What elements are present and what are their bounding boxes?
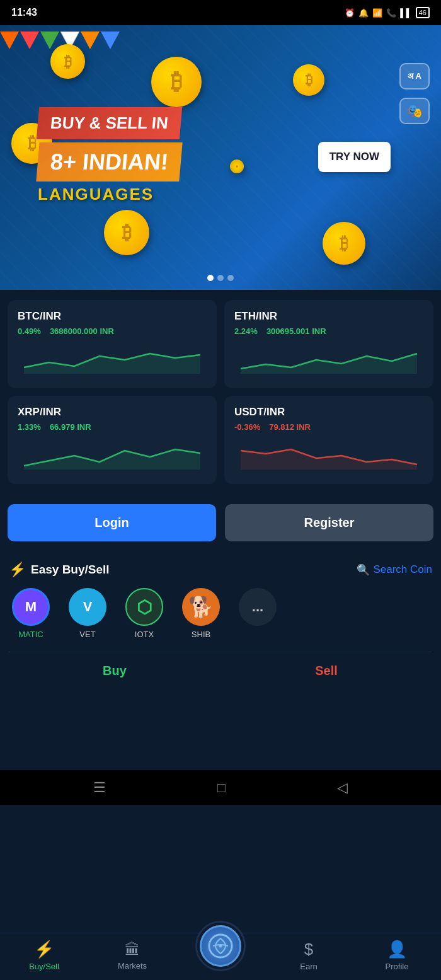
pair-price-usdt: 79.812 INR <box>269 422 311 432</box>
market-card-btc[interactable]: BTC/INR 0.49% 3686000.000 INR <box>8 300 217 388</box>
market-card-eth[interactable]: ETH/INR 2.24% 300695.001 INR <box>224 300 433 388</box>
svg-marker-1 <box>20 32 39 49</box>
btc-coin-1: ₿ <box>151 57 202 107</box>
profile-nav-icon: 👤 <box>387 940 407 959</box>
pair-name-xrp: XRP/INR <box>18 406 207 418</box>
btc-coin-5: ₿ <box>104 210 149 255</box>
svg-point-11 <box>219 945 222 948</box>
pair-change-usdt: -0.36% <box>234 422 260 432</box>
coin-item-more[interactable]: ... <box>236 588 280 639</box>
earn-nav-icon: $ <box>304 940 313 959</box>
status-icons: ⏰ 🔔 📶 📞 ▌▌ 46 <box>345 7 430 18</box>
coin-name-shib: SHIB <box>192 630 210 639</box>
nav-center-icon <box>200 925 241 967</box>
search-coin-button[interactable]: 🔍 Search Coin <box>357 563 432 577</box>
coin-item-shib[interactable]: 🐕 SHIB <box>179 588 223 639</box>
markets-nav-label: Markets <box>118 961 147 971</box>
sell-tab[interactable]: Sell <box>220 652 432 689</box>
search-coin-label: Search Coin <box>373 563 432 576</box>
easy-buysell-section: ⚡ Easy Buy/Sell 🔍 Search Coin M MATIC V … <box>0 551 441 695</box>
coin-icon-matic: M <box>12 588 50 626</box>
register-button[interactable]: Register <box>225 504 433 541</box>
wifi-icon: 📶 <box>372 8 382 18</box>
coin-icon-shib: 🐕 <box>182 588 220 626</box>
buysell-tabs: Buy Sell <box>9 652 432 689</box>
banner-line3: LANGUAGES <box>38 185 181 204</box>
android-menu-icon[interactable]: ☰ <box>93 780 106 796</box>
pair-stats-eth: 2.24% 300695.001 INR <box>234 326 423 336</box>
dot-3 <box>227 275 234 281</box>
translate-icon-2: 🎭 <box>407 103 423 118</box>
market-section: BTC/INR 0.49% 3686000.000 INR ETH/INR 2.… <box>0 290 441 494</box>
easy-title: ⚡ Easy Buy/Sell <box>9 562 110 578</box>
translate-button-2[interactable]: 🎭 <box>399 98 430 124</box>
mini-chart-usdt <box>234 438 423 470</box>
search-icon: 🔍 <box>357 563 370 577</box>
auth-section: Login Register <box>0 494 441 551</box>
btc-coin-6: ₿ <box>323 222 365 265</box>
translate-icon-1: अ A <box>408 71 421 81</box>
android-nav-bar: ☰ □ ◁ <box>0 770 441 805</box>
banner-line2: 8+ INDIAN! <box>36 142 182 182</box>
pair-change-btc: 0.49% <box>18 326 41 336</box>
coin-list: M MATIC V VET ⬡ IOTX 🐕 SHIB ... <box>9 588 432 645</box>
coin-name-matic: MATIC <box>18 630 43 639</box>
nav-buysell[interactable]: ⚡ Buy/Sell <box>19 940 69 971</box>
android-back-icon[interactable]: ◁ <box>337 780 348 796</box>
coin-name-iotx: IOTX <box>135 630 154 639</box>
pair-change-xrp: 1.33% <box>18 422 41 432</box>
nav-earn[interactable]: $ Earn <box>284 940 334 971</box>
try-now-button[interactable]: TRY NOW <box>318 142 391 172</box>
mini-chart-xrp <box>18 438 207 470</box>
mini-chart-btc <box>18 342 207 374</box>
banner-line1: BUY & SELL IN <box>37 107 182 139</box>
coin-item-iotx[interactable]: ⬡ IOTX <box>122 588 166 639</box>
banner-text: BUY & SELL IN 8+ INDIAN! LANGUAGES <box>38 107 181 204</box>
buy-tab[interactable]: Buy <box>9 652 220 689</box>
banner-dots <box>207 275 234 281</box>
pair-change-eth: 2.24% <box>234 326 258 336</box>
pair-stats-usdt: -0.36% 79.812 INR <box>234 422 423 432</box>
market-card-xrp[interactable]: XRP/INR 1.33% 66.979 INR <box>8 396 217 484</box>
coin-icon-vet: V <box>69 588 106 626</box>
svg-marker-5 <box>101 32 120 49</box>
easy-header: ⚡ Easy Buy/Sell 🔍 Search Coin <box>9 562 432 578</box>
markets-nav-icon: 🏛 <box>125 941 140 959</box>
alarm-icon: ⏰ <box>345 8 355 18</box>
btc-coin-4: ₿ <box>293 64 324 96</box>
status-time: 11:43 <box>11 7 37 18</box>
banner: ₿ ₿ ₿ ₿ ₿ ₿ • BUY & SELL IN 8+ INDIAN! L… <box>0 25 441 290</box>
coin-icon-iotx: ⬡ <box>125 588 163 626</box>
nav-markets[interactable]: 🏛 Markets <box>107 941 158 971</box>
svg-marker-0 <box>0 32 19 49</box>
pair-price-xrp: 66.979 INR <box>50 422 91 432</box>
pair-name-usdt: USDT/INR <box>234 406 423 418</box>
coin-item-matic[interactable]: M MATIC <box>9 588 53 639</box>
login-button[interactable]: Login <box>8 504 216 541</box>
signal-icon: ▌▌ <box>400 8 411 18</box>
pair-price-eth: 300695.001 INR <box>266 326 326 336</box>
buysell-nav-label: Buy/Sell <box>29 962 59 971</box>
translate-button-1[interactable]: अ A <box>399 63 430 89</box>
coin-icon-more: ... <box>239 588 277 626</box>
buysell-nav-icon: ⚡ <box>34 940 54 959</box>
bottom-nav: ⚡ Buy/Sell 🏛 Markets $ Earn 👤 Profile <box>0 933 441 980</box>
status-bar: 11:43 ⏰ 🔔 📶 📞 ▌▌ 46 <box>0 0 441 25</box>
coin-item-vet[interactable]: V VET <box>66 588 110 639</box>
market-card-usdt[interactable]: USDT/INR -0.36% 79.812 INR <box>224 396 433 484</box>
pair-name-btc: BTC/INR <box>18 310 207 323</box>
nav-profile[interactable]: 👤 Profile <box>372 940 422 971</box>
earn-nav-label: Earn <box>300 962 317 971</box>
svg-marker-4 <box>81 32 100 49</box>
mini-chart-eth <box>234 342 423 374</box>
android-home-icon[interactable]: □ <box>217 780 226 796</box>
easy-title-text: Easy Buy/Sell <box>31 563 110 577</box>
market-grid: BTC/INR 0.49% 3686000.000 INR ETH/INR 2.… <box>8 300 433 484</box>
coin-name-vet: VET <box>79 630 95 639</box>
nav-center-button[interactable] <box>195 921 246 971</box>
pair-stats-btc: 0.49% 3686000.000 INR <box>18 326 207 336</box>
pair-price-btc: 3686000.000 INR <box>50 326 114 336</box>
notification-icon: 🔔 <box>358 8 369 18</box>
dot-1 <box>207 275 214 281</box>
lightning-icon: ⚡ <box>9 562 26 578</box>
